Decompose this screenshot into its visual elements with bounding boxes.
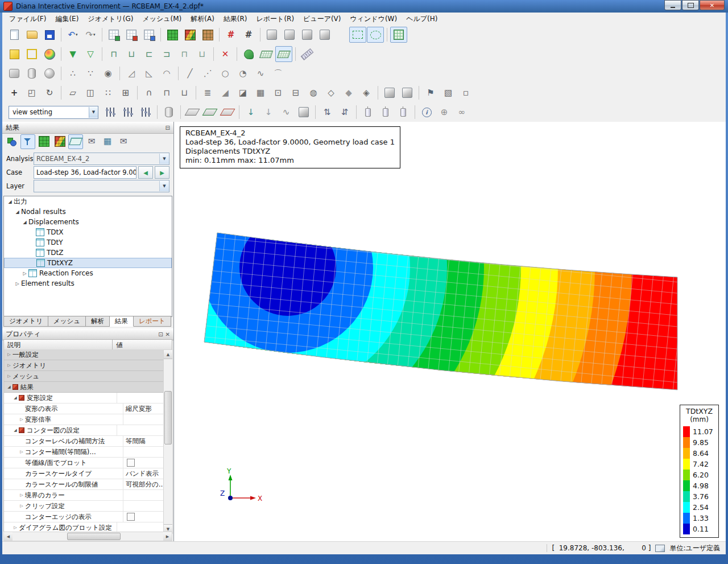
expand-icon[interactable]: ▷ <box>6 374 13 378</box>
mesh-plane[interactable] <box>258 46 275 62</box>
3d-viewport[interactable]: Y X Z RCBEAM_EX-4_2Load-step 36, Load-fa… <box>173 122 726 542</box>
maximize-button[interactable] <box>682 0 699 10</box>
updown-1[interactable]: ⇅ <box>318 104 336 120</box>
channel-4[interactable]: ⊐ <box>158 46 175 62</box>
menu-item[interactable]: 解析(A) <box>186 13 219 25</box>
mesh-add[interactable] <box>105 27 122 43</box>
scrollbar-thumb[interactable] <box>67 533 121 540</box>
frame-tool[interactable]: ⊞ <box>117 85 134 101</box>
property-row[interactable]: ▷一般設定 <box>4 349 164 360</box>
expand-icon[interactable]: ▷ <box>6 352 13 357</box>
layer-combobox[interactable]: ▼ <box>34 180 169 192</box>
property-row[interactable]: ▷変形倍率 <box>4 414 164 425</box>
tree-item[interactable]: ▷Element results <box>4 278 172 289</box>
property-value-cell[interactable] <box>123 414 164 425</box>
dropdown-arrow-icon[interactable]: ▾ <box>76 32 78 37</box>
element-plot[interactable] <box>52 134 67 149</box>
combobox-arrow-icon[interactable]: ▼ <box>159 181 169 191</box>
send-report-1[interactable]: ✉ <box>84 134 99 149</box>
analysis-combobox[interactable]: RCBEAM_EX-4_2 ▼ <box>34 153 169 165</box>
select-ellipse[interactable] <box>367 27 384 43</box>
property-value-cell[interactable] <box>123 447 164 457</box>
property-value-cell[interactable]: バンド表示 <box>123 468 164 479</box>
expand-icon[interactable]: ▷ <box>12 525 19 530</box>
property-value-cell[interactable] <box>117 425 164 435</box>
property-row[interactable]: ▷コンター補間(等間隔)… <box>4 447 164 458</box>
tree-item[interactable]: ◢Displacements <box>4 217 172 227</box>
probe-bar-3[interactable] <box>395 104 412 120</box>
boolean-union[interactable]: ◇ <box>322 85 340 101</box>
circle-tool[interactable]: ○ <box>217 65 234 81</box>
solid-view-3[interactable] <box>299 27 316 43</box>
menu-item[interactable]: ビューア(V) <box>299 13 345 25</box>
property-row[interactable]: ▷ジオメトリ <box>4 360 164 371</box>
properties-vertical-scrollbar[interactable]: ▲ ▼ <box>163 349 173 534</box>
property-row[interactable]: カラースケールの制限値可視部分の… <box>4 479 164 490</box>
solid-view-4[interactable] <box>316 27 333 43</box>
undo[interactable]: ↶▾ <box>64 27 81 43</box>
corner-tool-1[interactable]: ◿ <box>123 65 140 81</box>
result-sliders-2[interactable] <box>119 104 136 120</box>
scroll-up-icon[interactable]: ▲ <box>164 350 172 359</box>
menu-item[interactable]: ヘルプ(H) <box>402 13 442 25</box>
menu-item[interactable]: メッシュ(M) <box>138 13 186 25</box>
grid-tool[interactable]: ▦ <box>252 85 269 101</box>
property-value-cell[interactable]: 可視部分の… <box>123 479 164 489</box>
probe-down-2[interactable]: ↓ <box>260 104 277 120</box>
probe-down-1[interactable]: ↓ <box>242 104 259 120</box>
property-row[interactable]: ◢結果 <box>4 382 164 393</box>
block-green[interactable] <box>164 27 181 43</box>
expand-icon[interactable]: ▷ <box>6 363 13 368</box>
block-multi[interactable] <box>181 27 198 43</box>
primitive-cylinder[interactable] <box>23 65 40 81</box>
open-project[interactable] <box>23 27 40 43</box>
property-row[interactable]: 等価線/面でプロット <box>4 458 164 468</box>
new-project[interactable] <box>6 27 23 43</box>
scroll-left-icon[interactable]: ◀ <box>4 532 13 541</box>
mesh-edit[interactable] <box>123 27 140 43</box>
minimize-button[interactable] <box>664 0 681 10</box>
value-column-header[interactable]: 値 <box>113 341 123 349</box>
point-tool[interactable]: ◉ <box>100 65 117 81</box>
hatch-tool[interactable]: ▧ <box>440 85 457 101</box>
array-tool[interactable]: ∷ <box>100 85 117 101</box>
property-row[interactable]: ◢変形設定 <box>4 393 164 404</box>
extrude-box-2[interactable] <box>399 85 416 101</box>
block-brown[interactable] <box>199 27 216 43</box>
tree-item[interactable]: TDtZ <box>4 248 172 258</box>
menu-item[interactable]: ジオメトリ(G) <box>83 13 138 25</box>
next-case-button[interactable]: ▶ <box>155 166 169 179</box>
small-square-tool[interactable]: ▫ <box>457 85 474 101</box>
project-down[interactable]: ▼ <box>64 46 81 62</box>
menu-item[interactable]: ファイル(F) <box>5 13 51 25</box>
tree-item[interactable]: ◢Nodal results <box>4 207 172 217</box>
channel-2[interactable]: ⊔ <box>123 46 140 62</box>
numbering-dark[interactable]: # <box>240 27 257 43</box>
solid-view-2[interactable] <box>281 27 298 43</box>
result-objects[interactable] <box>5 134 19 149</box>
primitive-box[interactable] <box>6 65 23 81</box>
expand-icon[interactable]: ▷ <box>18 493 25 497</box>
probe-bar-2[interactable] <box>377 104 394 120</box>
mesh-overlay-toggle[interactable] <box>68 134 83 149</box>
geometry-solid[interactable] <box>6 46 23 62</box>
property-value-cell[interactable] <box>117 393 164 403</box>
dock-icon[interactable]: ⊟ <box>166 125 170 131</box>
view-setting-combobox[interactable]: view setting ▼ <box>9 106 98 119</box>
tab-mesh[interactable]: メッシュ <box>48 316 86 327</box>
numbering-red[interactable]: # <box>222 27 239 43</box>
menu-item[interactable]: ウィンドウ(W) <box>346 13 402 25</box>
previous-case-button[interactable]: ◀ <box>138 166 153 179</box>
expand-icon[interactable]: ◢ <box>12 396 19 400</box>
shear-tool[interactable]: ▱ <box>64 85 81 101</box>
tree-expand-icon[interactable]: ◢ <box>14 209 21 215</box>
target-tool[interactable]: ⊕ <box>436 104 453 120</box>
fold-tool-3[interactable]: ⊔ <box>176 85 193 101</box>
send-report-2[interactable]: ✉ <box>116 134 131 149</box>
tree-expand-icon[interactable]: ▷ <box>14 281 21 286</box>
rotate-tool[interactable]: ↻ <box>41 85 58 101</box>
table-view[interactable]: ▦ <box>100 134 115 149</box>
combobox-arrow-icon[interactable]: ▼ <box>159 154 169 164</box>
tree-item-selected[interactable]: TDtXYZ <box>4 258 172 268</box>
link-tool[interactable]: ∞ <box>453 104 470 120</box>
